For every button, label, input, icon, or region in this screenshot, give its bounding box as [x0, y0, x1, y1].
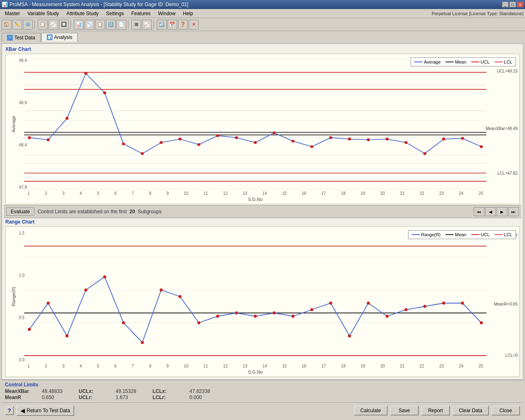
- menu-settings[interactable]: Settings: [103, 10, 127, 17]
- xbar-x-axis: 1234567891011121314151617181920212223242…: [24, 189, 486, 204]
- xtick-17: 17: [321, 191, 326, 196]
- rxtick-5: 5: [97, 364, 99, 368]
- xtick-16: 16: [302, 191, 306, 196]
- xbar-legend-mean: Mean: [445, 59, 466, 64]
- rxtick-13: 13: [243, 364, 247, 368]
- range-x-axis-label: S.G.No: [24, 370, 486, 374]
- cl-r-label: MeanR: [5, 395, 34, 400]
- toolbar-sep1: [34, 20, 36, 29]
- toolbar-filter[interactable]: 🔲: [59, 20, 69, 30]
- minimize-button[interactable]: _: [502, 2, 509, 7]
- menu-window[interactable]: Window: [155, 10, 179, 17]
- return-label: Return To Test Data: [27, 408, 70, 413]
- toolbar-chart[interactable]: 📈: [48, 20, 58, 30]
- svg-point-72: [480, 321, 483, 324]
- menu-features[interactable]: Features: [128, 10, 154, 17]
- legend-average-label: Average: [424, 59, 441, 64]
- toolbar-calendar[interactable]: 📅: [167, 20, 177, 30]
- toolbar-pencil[interactable]: ✏️: [12, 20, 22, 30]
- close-button[interactable]: Close: [491, 406, 520, 415]
- restore-button[interactable]: □: [509, 2, 516, 7]
- toolbar-grid[interactable]: ⊞: [131, 20, 141, 30]
- nav-buttons: ⏮ ◀ ▶ ⏭: [474, 207, 519, 216]
- rxtick-8: 8: [149, 364, 151, 368]
- toolbar-b2[interactable]: 📉: [84, 20, 94, 30]
- close-window-button[interactable]: ✕: [517, 2, 523, 7]
- bottom-bar: ? ◀ Return To Test Data Calculate Save R…: [2, 402, 523, 418]
- svg-point-38: [442, 138, 445, 141]
- tab-analysis[interactable]: 📊 Analysis: [41, 33, 78, 42]
- toolbar-sep2: [71, 20, 72, 29]
- title-bar: 📊 ProMSA - Measurement System Analysis -…: [0, 0, 525, 9]
- nav-first[interactable]: ⏮: [474, 207, 484, 216]
- toolbar-b4[interactable]: 🔢: [106, 20, 116, 30]
- save-button[interactable]: Save: [390, 406, 419, 415]
- legend-average-line: [414, 62, 422, 62]
- rxtick-3: 3: [62, 364, 65, 368]
- rxtick-4: 4: [80, 364, 82, 368]
- evaluate-button[interactable]: Evaluate: [6, 208, 34, 216]
- xbar-chart-box: Average Mean UCL LCL: [5, 54, 520, 204]
- rxtick-24: 24: [459, 364, 463, 368]
- analysis-icon: 📊: [47, 34, 52, 40]
- menu-master[interactable]: Master: [2, 10, 23, 17]
- xtick-25: 25: [479, 191, 483, 196]
- svg-point-61: [273, 311, 276, 314]
- menu-attribute-study[interactable]: Attribute Study: [63, 10, 102, 17]
- xtick-22: 22: [420, 191, 424, 196]
- rxtick-16: 16: [302, 364, 306, 368]
- rxtick-22: 22: [420, 364, 424, 368]
- cl-row-xbar: MeanXBar 48.48833 UCLx: 49.15328 LCLx: 4…: [5, 388, 520, 394]
- xtick-13: 13: [243, 191, 247, 196]
- ryt-00: 0.0: [19, 358, 24, 362]
- xtick-12: 12: [223, 191, 228, 196]
- svg-point-31: [310, 145, 313, 148]
- tab-test-data[interactable]: ≡ Test Data: [2, 33, 41, 42]
- nav-next[interactable]: ▶: [497, 207, 507, 216]
- xbar-y-axis-label: Average: [11, 116, 16, 132]
- svg-point-67: [386, 315, 389, 317]
- clear-data-button[interactable]: Clear Data: [452, 406, 489, 415]
- svg-point-53: [122, 321, 125, 324]
- toolbar-gear[interactable]: ⚙️: [23, 20, 33, 30]
- toolbar-b3[interactable]: 📋: [95, 20, 105, 30]
- rxtick-18: 18: [341, 364, 345, 368]
- svg-point-57: [197, 321, 201, 324]
- svg-point-27: [235, 136, 238, 139]
- rxtick-19: 19: [361, 364, 365, 368]
- toolbar-home[interactable]: 🏠: [2, 20, 11, 30]
- svg-point-66: [367, 301, 370, 304]
- calculate-button[interactable]: Calculate: [354, 406, 388, 415]
- toolbar-chart2[interactable]: 📈: [142, 20, 152, 30]
- cl-row-r: MeanR 0.650 UCLr: 1.673 LCLr: 0.000: [5, 395, 520, 400]
- legend-lcl-label: LCL: [504, 59, 512, 64]
- toolbar-sep4: [153, 20, 155, 29]
- return-button[interactable]: ◀ Return To Test Data: [16, 405, 74, 416]
- toolbar-stop[interactable]: ✕: [189, 20, 199, 30]
- help-button[interactable]: ?: [5, 406, 14, 415]
- rxtick-25: 25: [479, 364, 483, 368]
- svg-point-58: [216, 315, 219, 317]
- report-button[interactable]: Report: [421, 406, 450, 415]
- svg-point-26: [216, 134, 219, 137]
- eval-subgroups-count: 20: [130, 209, 135, 215]
- nav-last[interactable]: ⏭: [508, 207, 519, 216]
- range-right-labels: UCL=1.67 MeanR=0.65 LCL=0: [488, 231, 518, 362]
- menu-variable-study[interactable]: Variable Study: [24, 10, 62, 17]
- legend-ucl-line: [471, 62, 479, 62]
- range-x-ticks: 1234567891011121314151617181920212223242…: [24, 362, 486, 370]
- toolbar-b5[interactable]: 📄: [116, 20, 126, 30]
- menu-help[interactable]: Help: [180, 10, 196, 17]
- range-x-axis: 1234567891011121314151617181920212223242…: [24, 362, 486, 377]
- eval-subgroups-label: Subgroups: [138, 209, 162, 215]
- range-lcl-label: LCL=0: [505, 353, 518, 358]
- toolbar-back[interactable]: ↩️: [157, 20, 167, 30]
- toolbar-b1[interactable]: 📊: [74, 20, 84, 30]
- rxtick-10: 10: [184, 364, 188, 368]
- charts-container: XBar Chart Average Mean UCL: [2, 43, 523, 380]
- ryt-10: 1.0: [19, 273, 24, 278]
- toolbar-table[interactable]: 📋: [38, 20, 48, 30]
- toolbar-help[interactable]: ❓: [178, 20, 188, 30]
- cl-lclx-value: 47.82338: [189, 388, 218, 394]
- nav-prev[interactable]: ◀: [485, 207, 496, 216]
